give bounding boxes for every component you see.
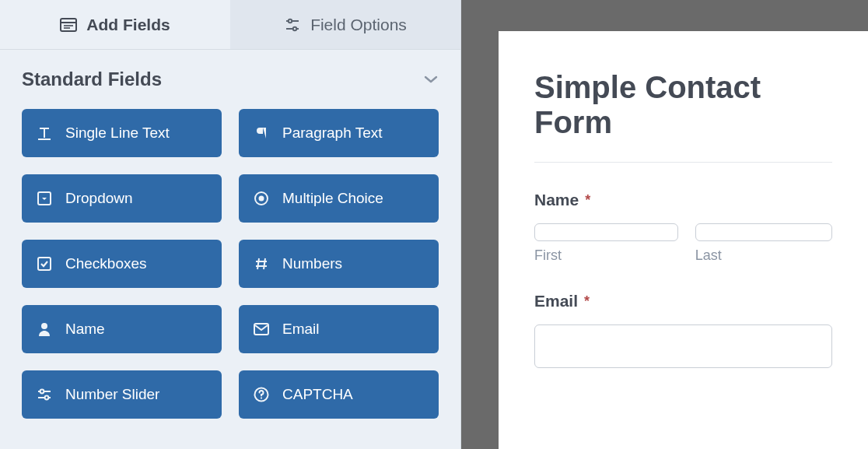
field-label: Email xyxy=(282,321,320,338)
required-marker: * xyxy=(585,192,590,209)
question-icon xyxy=(253,386,270,403)
fields-grid: Single Line Text Paragraph Text Dropdown… xyxy=(0,98,460,440)
field-label: Checkboxes xyxy=(65,255,147,272)
field-label-email: Email * xyxy=(534,292,832,310)
field-name[interactable]: Name xyxy=(22,305,222,353)
form-title: Simple Contact Form xyxy=(534,70,832,163)
form-icon xyxy=(60,16,77,33)
field-label: Paragraph Text xyxy=(282,125,383,142)
svg-point-13 xyxy=(41,323,47,329)
paragraph-icon xyxy=(253,125,270,142)
field-label: Multiple Choice xyxy=(282,190,383,207)
label-text: Email xyxy=(534,292,578,310)
email-input[interactable] xyxy=(534,324,832,368)
section-title: Standard Fields xyxy=(22,68,162,90)
tab-label: Field Options xyxy=(310,16,407,34)
field-checkboxes[interactable]: Checkboxes xyxy=(22,240,222,288)
field-multiple-choice[interactable]: Multiple Choice xyxy=(239,174,439,223)
form-field-name[interactable]: Name * First Last xyxy=(534,191,832,264)
field-label-name: Name * xyxy=(534,191,832,209)
field-label: Dropdown xyxy=(65,190,133,207)
first-sublabel: First xyxy=(534,247,678,264)
checkbox-icon xyxy=(36,255,53,272)
svg-point-18 xyxy=(45,396,49,400)
tab-field-options[interactable]: Field Options xyxy=(230,0,460,49)
radio-icon xyxy=(253,190,270,207)
svg-point-5 xyxy=(289,19,292,22)
field-label: Number Slider xyxy=(65,386,159,403)
field-label: Numbers xyxy=(282,255,342,272)
last-name-input[interactable] xyxy=(695,223,832,241)
field-dropdown[interactable]: Dropdown xyxy=(22,174,222,223)
field-single-line-text[interactable]: Single Line Text xyxy=(22,109,222,157)
svg-rect-12 xyxy=(38,258,51,270)
tab-label: Add Fields xyxy=(86,16,170,34)
svg-point-20 xyxy=(261,397,262,398)
required-marker: * xyxy=(584,293,590,310)
field-numbers[interactable]: Numbers xyxy=(239,240,439,288)
field-label: Single Line Text xyxy=(65,125,170,142)
user-icon xyxy=(36,321,53,338)
name-row: First Last xyxy=(534,223,832,264)
field-label: CAPTCHA xyxy=(282,386,353,403)
last-sublabel: Last xyxy=(695,247,832,264)
svg-point-16 xyxy=(40,390,44,394)
field-palette-panel: Add Fields Field Options Standard Fields… xyxy=(0,0,461,449)
first-name-input[interactable] xyxy=(534,223,678,241)
section-header[interactable]: Standard Fields xyxy=(0,50,460,98)
email-icon xyxy=(253,321,270,338)
field-label: Name xyxy=(65,321,105,338)
field-paragraph-text[interactable]: Paragraph Text xyxy=(239,109,439,157)
hash-icon xyxy=(253,255,270,272)
form-field-email[interactable]: Email * xyxy=(534,292,832,368)
svg-rect-0 xyxy=(61,19,76,31)
field-email[interactable]: Email xyxy=(239,305,439,353)
slider-icon xyxy=(36,386,53,403)
label-text: Name xyxy=(534,191,579,209)
tab-add-fields[interactable]: Add Fields xyxy=(0,0,230,49)
text-icon xyxy=(36,125,53,142)
svg-point-11 xyxy=(259,196,264,202)
svg-point-7 xyxy=(293,26,296,30)
form-preview-backdrop: Simple Contact Form Name * First Last Em… xyxy=(461,0,868,449)
field-number-slider[interactable]: Number Slider xyxy=(22,370,222,419)
dropdown-icon xyxy=(36,190,53,207)
sliders-icon xyxy=(284,16,301,33)
palette-tabs: Add Fields Field Options xyxy=(0,0,460,50)
field-captcha[interactable]: CAPTCHA xyxy=(239,370,439,419)
form-canvas[interactable]: Simple Contact Form Name * First Last Em… xyxy=(499,31,868,449)
chevron-down-icon xyxy=(423,75,439,84)
